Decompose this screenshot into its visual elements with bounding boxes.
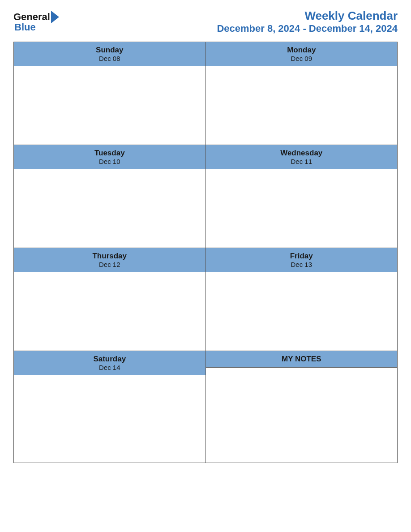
saturday-cell: Saturday Dec 14 [14, 351, 206, 463]
saturday-header: Saturday Dec 14 [14, 351, 206, 375]
sunday-name: Sunday [16, 46, 204, 55]
tuesday-name: Tuesday [16, 149, 204, 158]
calendar-date-range: December 8, 2024 - December 14, 2024 [217, 23, 398, 34]
thursday-header: Thursday Dec 12 [14, 248, 206, 272]
thursday-body [14, 272, 206, 351]
thursday-cell: Thursday Dec 12 [14, 248, 206, 351]
friday-body [206, 272, 398, 351]
calendar-row-2: Tuesday Dec 10 Wednesday Dec 11 [14, 145, 397, 248]
friday-header: Friday Dec 13 [206, 248, 398, 272]
monday-cell: Monday Dec 09 [206, 42, 398, 145]
thursday-name: Thursday [16, 252, 204, 261]
logo-blue-text: Blue [14, 21, 60, 33]
notes-header: MY NOTES [206, 351, 398, 368]
calendar-title: Weekly Calendar [217, 9, 398, 23]
wednesday-name: Wednesday [208, 149, 396, 158]
wednesday-date: Dec 11 [208, 158, 396, 165]
sunday-body [14, 66, 206, 145]
saturday-body [14, 375, 206, 463]
tuesday-body [14, 169, 206, 248]
thursday-date: Dec 12 [16, 261, 204, 268]
notes-label: MY NOTES [282, 355, 321, 364]
friday-name: Friday [208, 252, 396, 261]
wednesday-cell: Wednesday Dec 11 [206, 145, 398, 248]
tuesday-header: Tuesday Dec 10 [14, 145, 206, 169]
tuesday-cell: Tuesday Dec 10 [14, 145, 206, 248]
saturday-name: Saturday [16, 355, 204, 364]
page-header: General Blue Weekly Calendar December 8,… [13, 9, 398, 34]
calendar-row-3: Thursday Dec 12 Friday Dec 13 [14, 248, 397, 351]
monday-header: Monday Dec 09 [206, 42, 398, 66]
calendar-grid: Sunday Dec 08 Monday Dec 09 Tuesday Dec … [13, 42, 398, 463]
logo: General Blue [13, 11, 60, 33]
friday-date: Dec 13 [208, 261, 396, 268]
sunday-date: Dec 08 [16, 55, 204, 62]
monday-name: Monday [208, 46, 396, 55]
friday-cell: Friday Dec 13 [206, 248, 398, 351]
title-block: Weekly Calendar December 8, 2024 - Decem… [217, 9, 398, 34]
wednesday-body [206, 169, 398, 248]
sunday-cell: Sunday Dec 08 [14, 42, 206, 145]
calendar-row-1: Sunday Dec 08 Monday Dec 09 [14, 42, 397, 145]
tuesday-date: Dec 10 [16, 158, 204, 165]
sunday-header: Sunday Dec 08 [14, 42, 206, 66]
calendar-row-4: Saturday Dec 14 MY NOTES [14, 351, 397, 463]
saturday-date: Dec 14 [16, 364, 204, 371]
wednesday-header: Wednesday Dec 11 [206, 145, 398, 169]
notes-body [206, 368, 398, 463]
monday-body [206, 66, 398, 145]
monday-date: Dec 09 [208, 55, 396, 62]
notes-cell: MY NOTES [206, 351, 398, 463]
